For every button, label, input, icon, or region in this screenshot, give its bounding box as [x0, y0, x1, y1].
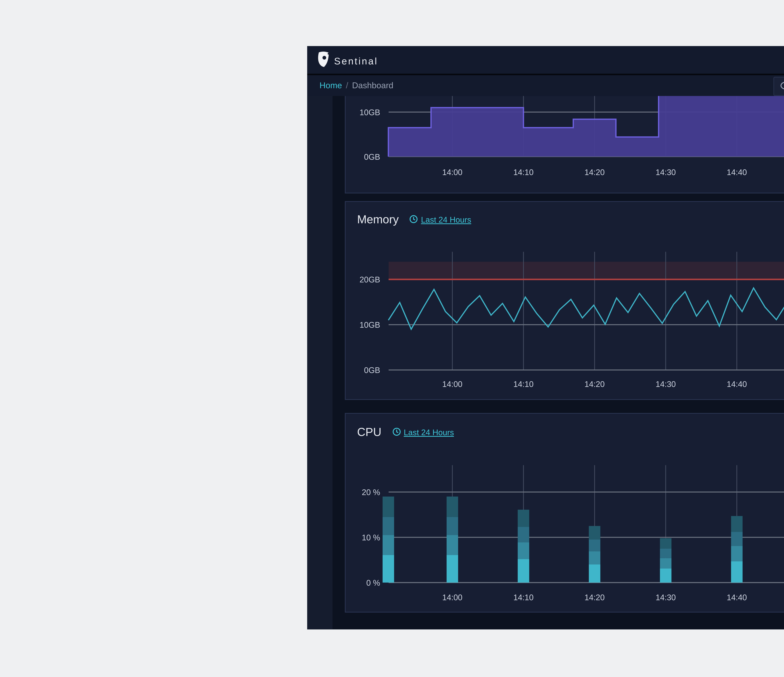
breadcrumb-current: Dashboard: [352, 81, 394, 90]
breadcrumb-separator: /: [346, 81, 348, 90]
panel-disk-space: 14:0014:1014:2014:3014:4014:5015:0015:10…: [345, 96, 784, 193]
svg-text:0 %: 0 %: [366, 578, 380, 587]
svg-text:10 %: 10 %: [362, 533, 380, 542]
cpu-chart[interactable]: 14:0014:1014:2014:3014:4014:5015:0015:10…: [345, 414, 784, 613]
svg-text:10GB: 10GB: [359, 108, 380, 117]
top-nav: Sentinal Sign in: [307, 46, 784, 75]
breadcrumb-home-link[interactable]: Home: [320, 81, 342, 90]
svg-text:20 %: 20 %: [362, 488, 380, 497]
svg-text:14:10: 14:10: [513, 593, 534, 602]
logo-icon: [317, 51, 330, 70]
brand-name: Sentinal: [334, 56, 378, 67]
svg-text:14:40: 14:40: [727, 593, 747, 602]
svg-text:14:00: 14:00: [442, 168, 462, 177]
app-window: Sentinal Sign in Home / Dashboard: [307, 46, 784, 629]
service-selector[interactable]: Service A, Service B...: [773, 77, 784, 96]
eye-icon: [780, 81, 784, 92]
disk-space-chart[interactable]: 14:0014:1014:2014:3014:4014:5015:0015:10…: [345, 96, 784, 193]
svg-text:14:20: 14:20: [585, 380, 605, 389]
left-strip: [307, 96, 333, 629]
svg-text:14:30: 14:30: [656, 380, 676, 389]
svg-text:14:40: 14:40: [727, 380, 747, 389]
panel-cpu: CPU Last 24 Hours 14:0014:1014:2014:3014…: [345, 413, 784, 612]
dashboard-toolbar: Home / Dashboard Service A, Service B...…: [307, 75, 784, 96]
svg-text:20GB: 20GB: [359, 275, 380, 284]
svg-text:14:10: 14:10: [513, 168, 534, 177]
breadcrumb: Home / Dashboard: [320, 81, 394, 90]
svg-text:14:30: 14:30: [656, 593, 676, 602]
svg-text:14:40: 14:40: [727, 168, 747, 177]
svg-text:14:20: 14:20: [585, 168, 605, 177]
memory-chart[interactable]: 14:0014:1014:2014:3014:4014:5015:0020GB1…: [345, 202, 784, 401]
svg-text:0GB: 0GB: [364, 366, 380, 375]
brand[interactable]: Sentinal: [317, 51, 378, 70]
svg-text:14:00: 14:00: [442, 380, 462, 389]
page: Sentinal Sign in Home / Dashboard: [0, 0, 784, 677]
svg-text:14:10: 14:10: [513, 380, 534, 389]
svg-text:14:00: 14:00: [442, 593, 462, 602]
panel-memory: Memory Last 24 Hours 14:0014:1014:2014:3…: [345, 201, 784, 400]
svg-text:10GB: 10GB: [359, 320, 380, 329]
svg-text:14:30: 14:30: [656, 168, 676, 177]
svg-text:0GB: 0GB: [364, 152, 380, 161]
svg-text:14:20: 14:20: [585, 593, 605, 602]
dashboard-content: 14:0014:1014:2014:3014:4014:5015:0015:10…: [307, 96, 784, 629]
